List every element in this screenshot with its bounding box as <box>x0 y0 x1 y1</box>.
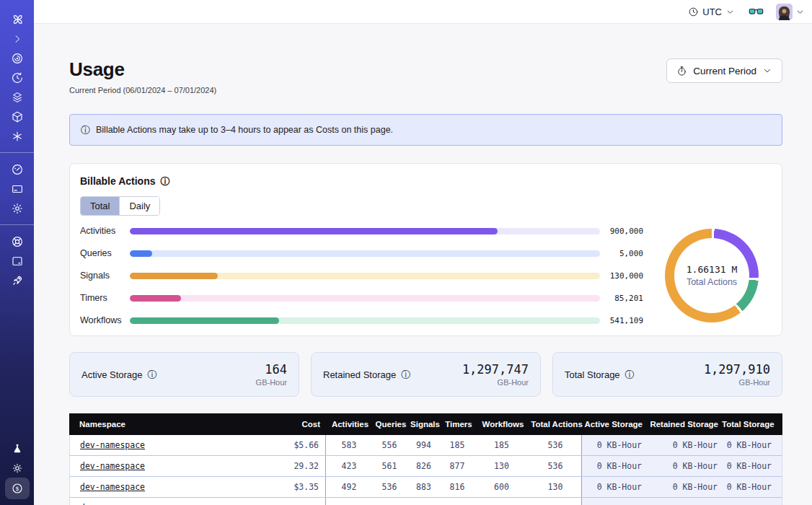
namespace-link[interactable]: dev-namespace <box>80 440 145 450</box>
table-cell: 0 KB-Hour <box>648 461 721 471</box>
info-banner: ⓘ Billable Actions may take up to 3–4 ho… <box>69 114 782 146</box>
sidebar-item-pricing[interactable]: $ <box>5 478 30 499</box>
bar-row: Timers85,201 <box>80 293 643 303</box>
timezone-label: UTC <box>702 6 722 17</box>
namespace-link[interactable]: dev-namespace <box>80 461 145 471</box>
clock-icon <box>688 6 699 17</box>
tab-total[interactable]: Total <box>81 197 119 215</box>
bar-category-label: Activities <box>80 226 123 236</box>
namespace-cell: dev-namespace <box>70 461 257 471</box>
support-life-ring-icon <box>11 235 24 248</box>
stopwatch-icon <box>676 66 687 76</box>
column-header: Queries <box>374 420 408 429</box>
dark-mode-glasses-button[interactable] <box>749 6 764 17</box>
timezone-selector[interactable]: UTC <box>688 6 735 17</box>
avatar <box>776 4 793 20</box>
bar-value-label: 85,201 <box>606 294 643 303</box>
sidebar-item-support[interactable] <box>6 232 28 251</box>
storage-cells-group <box>581 498 782 505</box>
sidebar-item-namespaces[interactable] <box>6 48 28 68</box>
table-cell: 556 <box>372 440 407 450</box>
table-cell: 185 <box>441 440 474 450</box>
glasses-icon <box>749 6 764 17</box>
column-header: Signals <box>408 420 442 429</box>
chevron-right-icon <box>12 33 23 45</box>
column-header: Active Storage <box>583 420 648 429</box>
sidebar-item-deployments[interactable] <box>6 87 28 107</box>
table-cell: 994 <box>407 440 441 450</box>
sidebar-expand-button[interactable] <box>6 29 28 48</box>
bar-category-label: Queries <box>80 248 123 258</box>
table-cell: 130 <box>474 461 529 471</box>
total-storage-card: Total Storage ⓘ 1,297,910 GB-Hour <box>552 352 782 397</box>
retained-storage-unit: GB-Hour <box>462 378 529 387</box>
layers-icon <box>11 91 24 104</box>
sidebar-item-usage[interactable] <box>6 159 28 179</box>
total-storage-unit: GB-Hour <box>704 378 770 387</box>
settings-gear-icon <box>11 202 24 215</box>
sidebar-item-feedback[interactable] <box>6 251 28 271</box>
total-storage-label: Total Storage <box>565 369 620 380</box>
sidebar-item-theme[interactable] <box>6 458 28 478</box>
namespace-usage-table: NamespaceCostActivitiesQueriesSignalsTim… <box>69 413 782 505</box>
sidebar-item-home[interactable] <box>6 9 28 29</box>
storage-cells-group: 0 KB-Hour0 KB-Hour0 KB-Hour <box>581 456 782 476</box>
info-icon[interactable]: ⓘ <box>401 370 410 379</box>
namespace-link[interactable]: dev-namespace <box>80 482 145 492</box>
sidebar-item-nexus[interactable] <box>6 126 28 146</box>
total-actions-donut-chart: 1.66131 M Total Actions <box>665 229 759 322</box>
temporal-logo-icon <box>10 12 25 27</box>
column-header: Namespace <box>69 420 258 429</box>
bar-row: Workflows541,109 <box>80 315 643 325</box>
table-cell: 0 KB-Hour <box>582 461 648 471</box>
table-cell: 0 KB-Hour <box>721 440 782 450</box>
active-storage-unit: GB-Hour <box>256 378 287 387</box>
bar-row: Queries5,000 <box>80 248 643 258</box>
info-icon[interactable]: ⓘ <box>161 177 170 186</box>
column-header: Timers <box>442 420 475 429</box>
storage-cells-group: 0 KB-Hour0 KB-Hour0 KB-Hour <box>581 477 782 497</box>
bar-value-label: 541,109 <box>606 316 643 325</box>
sidebar-item-getting-started[interactable] <box>6 271 28 290</box>
donut-center-label: Total Actions <box>687 277 737 287</box>
retained-storage-value: 1,297,747 <box>462 362 529 377</box>
billing-card-icon <box>11 183 24 196</box>
period-button-label: Current Period <box>693 66 756 76</box>
sidebar-item-labs[interactable] <box>6 439 28 458</box>
chevron-down-icon <box>725 7 735 17</box>
usage-gauge-icon <box>11 163 24 176</box>
sidebar-item-schedules[interactable] <box>6 68 28 87</box>
table-row: dev-namespace29.324235618268771305360 KB… <box>69 456 782 477</box>
column-header: Total Storage <box>722 420 782 429</box>
active-storage-value: 164 <box>256 362 287 377</box>
billable-actions-title: Billable Actions <box>80 175 156 187</box>
sidebar-item-settings[interactable] <box>6 198 28 218</box>
info-icon[interactable]: ⓘ <box>625 370 635 379</box>
table-cell: 826 <box>407 461 441 471</box>
period-dropdown-button[interactable]: Current Period <box>666 58 782 83</box>
bar-row: Activities900,000 <box>80 226 643 236</box>
sidebar-item-workflows-cube[interactable] <box>6 107 28 126</box>
billable-actions-card: Billable Actions ⓘ Total Daily Activitie… <box>69 163 782 336</box>
theme-sun-icon <box>11 462 24 475</box>
table-cell: 492 <box>325 477 372 497</box>
user-menu[interactable] <box>776 4 805 20</box>
bar-fill <box>130 250 152 257</box>
bar-track <box>130 250 600 257</box>
info-icon[interactable]: ⓘ <box>148 370 157 379</box>
history-clock-icon <box>11 71 24 84</box>
tab-daily[interactable]: Daily <box>119 197 159 215</box>
table-cell: 0 KB-Hour <box>721 482 782 492</box>
donut-center-value: 1.66131 M <box>687 264 737 275</box>
topbar: UTC <box>34 0 812 24</box>
namespaces-swirl-icon <box>11 52 24 65</box>
retained-storage-card: Retained Storage ⓘ 1,297,747 GB-Hour <box>311 352 541 397</box>
column-header: Total Actions <box>531 420 583 429</box>
table-cell: 0 KB-Hour <box>648 482 721 492</box>
feedback-monitor-icon <box>11 255 24 268</box>
total-storage-value: 1,297,910 <box>704 362 770 377</box>
sidebar-item-billing[interactable] <box>6 179 28 198</box>
table-cell: $5.66 <box>257 440 325 450</box>
bar-fill <box>130 295 181 302</box>
active-storage-label: Active Storage <box>81 369 143 380</box>
